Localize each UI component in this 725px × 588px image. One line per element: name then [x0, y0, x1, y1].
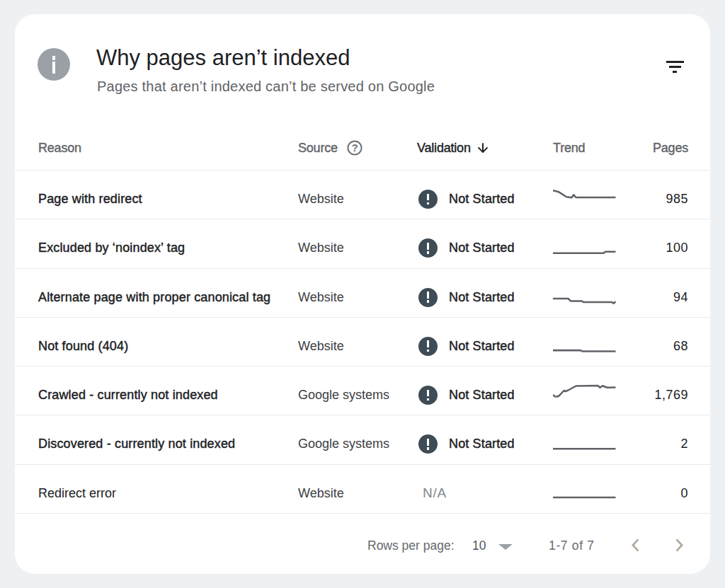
previous-page-button[interactable] [629, 538, 642, 552]
column-header-pages[interactable]: Pages [645, 141, 688, 156]
trend-sparkline [553, 465, 645, 514]
source-cell: Website [298, 339, 417, 354]
trend-sparkline [553, 367, 645, 415]
rows-per-page-label: Rows per page: [367, 539, 455, 552]
trend-sparkline [553, 415, 645, 464]
column-header-source[interactable]: Source ? [298, 141, 417, 156]
table-row[interactable]: Crawled - currently not indexed Google s… [15, 367, 710, 415]
pagination-range-label: 1-7 of 7 [549, 539, 595, 552]
validation-status-label: Not Started [449, 192, 515, 207]
rows-per-page-dropdown-icon[interactable] [498, 544, 513, 550]
trend-cell [553, 367, 645, 415]
source-cell: Website [298, 192, 417, 207]
info-icon [38, 48, 70, 81]
table-row[interactable]: Discovered - currently not indexed Googl… [15, 415, 710, 464]
validation-cell: Not Started [417, 190, 553, 209]
validation-cell: Not Started [417, 386, 553, 405]
validation-cell: Not Started [417, 238, 553, 258]
not-started-icon [418, 337, 438, 356]
trend-cell [553, 415, 645, 464]
sort-descending-icon [477, 142, 489, 153]
help-icon[interactable]: ? [347, 140, 362, 156]
page-title: Why pages aren’t indexed [96, 47, 350, 69]
trend-sparkline [553, 219, 645, 268]
not-started-icon [418, 288, 438, 307]
rows-per-page-value[interactable]: 10 [472, 539, 486, 552]
validation-status-label: N/A [423, 485, 447, 501]
table-footer: Rows per page: 10 1-7 of 7 [15, 513, 710, 574]
trend-cell [553, 219, 645, 268]
page-subtitle: Pages that aren’t indexed can’t be serve… [97, 79, 435, 93]
trend-sparkline [553, 269, 645, 318]
table-row[interactable]: Alternate page with proper canonical tag… [15, 269, 710, 318]
reason-cell: Alternate page with proper canonical tag [38, 290, 298, 305]
validation-cell: Not Started [417, 288, 553, 307]
validation-status-label: Not Started [449, 437, 515, 451]
trend-sparkline [553, 318, 645, 367]
trend-cell [553, 171, 645, 219]
validation-status-label: Not Started [449, 241, 515, 255]
not-started-icon [418, 386, 438, 405]
source-cell: Google systems [298, 437, 417, 451]
source-cell: Website [298, 486, 417, 501]
reason-cell: Discovered - currently not indexed [38, 437, 298, 451]
reason-cell: Redirect error [38, 486, 298, 501]
pages-cell: 2 [645, 437, 688, 451]
table-row[interactable]: Not found (404) Website Not Started 68 [15, 318, 710, 367]
table-row[interactable]: Redirect error Website N/A 0 [15, 465, 710, 514]
table-header-row: Reason Source ? Validation Trend Pages [15, 121, 710, 171]
pages-cell: 100 [645, 241, 688, 255]
pages-cell: 1,769 [645, 388, 688, 403]
reason-cell: Not found (404) [38, 339, 298, 354]
pages-cell: 94 [645, 290, 688, 305]
table-body: Page with redirect Website Not Started 9… [15, 171, 710, 514]
pages-cell: 0 [645, 486, 688, 501]
trend-cell [553, 465, 645, 514]
pages-cell: 68 [645, 339, 688, 354]
table-row[interactable]: Excluded by ‘noindex’ tag Website Not St… [15, 219, 710, 268]
validation-status-label: Not Started [449, 290, 515, 305]
next-page-button[interactable] [673, 538, 685, 552]
trend-sparkline [553, 171, 645, 219]
reason-cell: Page with redirect [38, 192, 298, 207]
pages-cell: 985 [645, 192, 688, 207]
trend-cell [553, 269, 645, 318]
not-started-icon [418, 190, 438, 209]
column-header-validation[interactable]: Validation [417, 141, 553, 156]
not-started-icon [418, 434, 438, 454]
validation-cell: N/A [417, 485, 553, 501]
filter-list-icon[interactable] [664, 56, 685, 74]
not-started-icon [418, 238, 438, 258]
source-cell: Google systems [298, 388, 417, 403]
column-header-reason[interactable]: Reason [38, 141, 298, 156]
column-header-trend[interactable]: Trend [553, 141, 645, 156]
validation-status-label: Not Started [449, 339, 515, 354]
validation-cell: Not Started [417, 434, 553, 454]
source-cell: Website [298, 290, 417, 305]
validation-status-label: Not Started [449, 388, 515, 403]
source-cell: Website [298, 241, 417, 255]
table-row[interactable]: Page with redirect Website Not Started 9… [15, 171, 710, 219]
reason-cell: Excluded by ‘noindex’ tag [38, 241, 298, 255]
validation-cell: Not Started [417, 337, 553, 356]
svg-text:?: ? [352, 142, 358, 154]
reason-cell: Crawled - currently not indexed [38, 388, 298, 403]
trend-cell [553, 318, 645, 367]
why-pages-arent-indexed-panel: Why pages aren’t indexed Pages that aren… [15, 14, 710, 574]
